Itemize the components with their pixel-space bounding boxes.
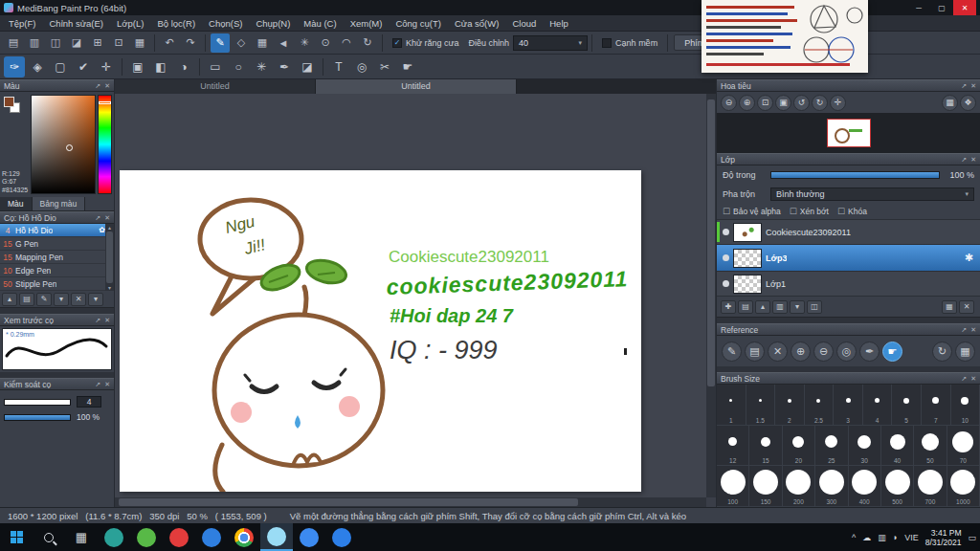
open-file-icon[interactable]: ▥	[25, 33, 44, 53]
brush-size-200[interactable]: 200	[783, 466, 815, 507]
selection-erase-icon[interactable]: ◇	[232, 33, 251, 53]
brush-size-1.5[interactable]: 1.5	[746, 385, 776, 426]
popout-icon[interactable]: ↗	[961, 375, 967, 383]
scroll-up-icon[interactable]: ▴	[108, 224, 111, 231]
ref-zoom-out-icon[interactable]: ⊖	[813, 342, 834, 362]
ref-grid-icon[interactable]: ▦	[955, 342, 975, 362]
brush-item-3[interactable]: 10Edge Pen	[0, 264, 114, 277]
tab-color[interactable]: Màu	[0, 197, 33, 210]
taskbar-app-messenger[interactable]	[293, 523, 325, 551]
menu-item-6[interactable]: Màu (C)	[297, 15, 343, 32]
flip-canvas-icon[interactable]: ◄	[274, 33, 293, 53]
antialias-checkbox[interactable]: ✓ Khử răng cưa	[392, 38, 459, 48]
brush-size-100[interactable]: 100	[717, 466, 749, 507]
rotate-left-icon[interactable]: ↺	[793, 95, 810, 111]
close-panel-icon[interactable]: ✕	[104, 381, 110, 388]
brush-size-500[interactable]: 500	[881, 466, 914, 507]
brush-tool[interactable]: ✑	[4, 56, 25, 77]
snap-circle-icon[interactable]: ⊙	[316, 33, 335, 53]
clock[interactable]: 3:41 PM 8/31/2021	[925, 528, 962, 547]
brush-size-10[interactable]: 10	[951, 385, 980, 426]
layer-visibility-icon[interactable]	[723, 229, 729, 235]
close-panel-icon[interactable]: ✕	[970, 375, 976, 383]
layer-folder-icon[interactable]: ▥	[772, 300, 788, 314]
divide-tool[interactable]: ✂	[374, 56, 395, 77]
layer-mask-icon[interactable]: ▦	[942, 300, 957, 314]
close-panel-icon[interactable]: ✕	[104, 82, 110, 90]
menu-item-7[interactable]: Xem(M)	[344, 15, 390, 32]
brush-size-2.5[interactable]: 2.5	[805, 385, 835, 426]
brush-size-70[interactable]: 70	[947, 426, 980, 467]
brush-size-150[interactable]: 150	[749, 466, 782, 507]
brush-size-4[interactable]: 4	[863, 385, 893, 426]
tray-icon-3[interactable]: ◗	[893, 533, 898, 542]
export-icon[interactable]: ◪	[67, 33, 86, 53]
vertical-scrollbar[interactable]	[706, 94, 716, 497]
ref-close-icon[interactable]: ✕	[768, 342, 788, 362]
select-erase-tool[interactable]: ◪	[297, 56, 318, 77]
popout-icon[interactable]: ↗	[95, 381, 100, 388]
brush-size-5[interactable]: 5	[892, 385, 922, 426]
close-panel-icon[interactable]: ✕	[104, 317, 110, 324]
brush-up-icon[interactable]: ▴	[2, 293, 17, 306]
menu-item-9[interactable]: Cửa sổ(W)	[448, 15, 505, 32]
taskbar-app-coccoc[interactable]	[130, 523, 163, 551]
save-icon[interactable]: ◫	[46, 33, 65, 53]
snap-curve-icon[interactable]: ◠	[337, 33, 356, 53]
popout-icon[interactable]: ↗	[961, 326, 967, 334]
brush-size-30[interactable]: 30	[849, 426, 881, 467]
tab-untitled-1[interactable]: Untitled	[115, 79, 316, 94]
select-rect-tool[interactable]: ▭	[205, 56, 226, 77]
brush-size-7[interactable]: 7	[922, 385, 951, 426]
image-size-icon[interactable]: ⊡	[109, 33, 128, 53]
brush-size-300[interactable]: 300	[815, 466, 848, 507]
new-file-icon[interactable]: ▤	[4, 33, 23, 53]
lock-checkbox[interactable]: ☐ Khóa	[837, 207, 867, 216]
taskbar-app-3[interactable]	[163, 523, 195, 551]
eyedropper-tool[interactable]: ◎	[351, 56, 372, 77]
taskbar-app-1[interactable]	[98, 523, 130, 551]
tile-pattern-icon[interactable]: ▦	[253, 33, 272, 53]
menu-item-4[interactable]: Chọn(S)	[202, 15, 249, 32]
menu-item-0[interactable]: Tệp(F)	[2, 15, 43, 32]
navigator-preview[interactable]	[717, 113, 980, 153]
maximize-button[interactable]: ▢	[930, 0, 953, 15]
layer-row-1[interactable]: Lớp3✱	[717, 245, 980, 272]
grid-icon[interactable]: ▦	[130, 33, 149, 53]
brush-opacity-slider[interactable]	[4, 414, 71, 421]
ref-zoom-in-icon[interactable]: ⊕	[791, 342, 811, 362]
brush-size-slider[interactable]	[4, 399, 71, 406]
hand-tool[interactable]: ☛	[397, 56, 418, 77]
brush-size-12[interactable]: 12	[717, 426, 749, 467]
brush-size-1000[interactable]: 1000	[947, 466, 980, 507]
gradient-tool[interactable]: ◑	[173, 56, 194, 77]
saturation-value-picker[interactable]	[31, 95, 96, 194]
taskbar-app-zalo[interactable]	[325, 523, 358, 551]
scroll-down-icon[interactable]: ▾	[108, 284, 111, 291]
brush-item-4[interactable]: 50Stipple Pen	[0, 277, 114, 291]
merge-layer-icon[interactable]: ◫	[807, 300, 822, 314]
popout-icon[interactable]: ↗	[961, 82, 967, 90]
move-tool[interactable]: ✛	[96, 56, 117, 77]
canvas[interactable]: Ngu Ji!!	[120, 170, 641, 492]
ref-rotate-icon[interactable]: ↻	[932, 342, 952, 362]
brush-item-1[interactable]: 15G Pen	[0, 237, 114, 251]
close-panel-icon[interactable]: ✕	[104, 214, 110, 222]
zoom-100-icon[interactable]: ▣	[775, 95, 791, 111]
brush-size-1[interactable]: 1	[717, 385, 746, 426]
ref-pen-icon[interactable]: ✎	[722, 342, 742, 362]
task-view-button[interactable]: ▦	[65, 523, 98, 551]
menu-item-1[interactable]: Chỉnh sửa(E)	[43, 15, 111, 32]
brush-size-15[interactable]: 15	[749, 426, 782, 467]
taskbar-app-medibang[interactable]	[260, 523, 293, 551]
close-panel-icon[interactable]: ✕	[970, 156, 976, 164]
ref-folder-icon[interactable]: ▤	[745, 342, 765, 362]
popout-icon[interactable]: ↗	[95, 214, 100, 222]
brush-edit-icon[interactable]: ✎	[36, 293, 52, 306]
zoom-in-icon[interactable]: ⊕	[739, 95, 755, 111]
tray-icon-2[interactable]: ▥	[878, 533, 886, 542]
zoom-out-icon[interactable]: ⊖	[721, 95, 737, 111]
rotate-right-icon[interactable]: ↻	[812, 95, 828, 111]
layer-up-icon[interactable]: ▴	[755, 300, 770, 314]
video-overlay[interactable]	[702, 0, 868, 73]
